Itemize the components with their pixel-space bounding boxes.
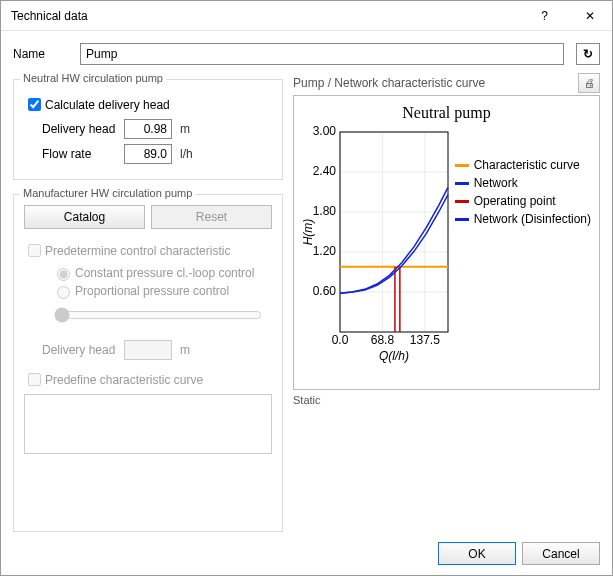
predetermine-checkbox <box>28 244 41 257</box>
svg-text:1.80: 1.80 <box>313 204 337 218</box>
svg-rect-16 <box>340 132 448 332</box>
legend-item: Network <box>455 176 591 190</box>
manu-delivery-head-unit: m <box>180 343 190 357</box>
static-label: Static <box>293 394 600 406</box>
svg-text:68.8: 68.8 <box>371 333 395 347</box>
catalog-button[interactable]: Catalog <box>24 205 145 229</box>
printer-icon: 🖨 <box>584 77 595 89</box>
help-icon: ? <box>541 9 548 23</box>
legend-item: Characteristic curve <box>455 158 591 172</box>
prop-pressure-label: Proportional pressure control <box>75 284 229 298</box>
svg-text:3.00: 3.00 <box>313 124 337 138</box>
dialog: Technical data ? ✕ Name ↻ Neutral HW cir… <box>0 0 613 576</box>
legend-label: Network <box>474 176 518 190</box>
svg-text:1.20: 1.20 <box>313 244 337 258</box>
svg-text:0.60: 0.60 <box>313 284 337 298</box>
close-button[interactable]: ✕ <box>567 1 612 31</box>
legend-item: Network (Disinfection) <box>455 212 591 226</box>
manu-delivery-head-label: Delivery head <box>24 343 124 357</box>
legend-swatch-icon <box>455 218 469 221</box>
name-row: Name ↻ <box>13 43 600 65</box>
legend-swatch-icon <box>455 164 469 167</box>
ok-button[interactable]: OK <box>438 542 516 565</box>
manufacturer-group: Manufacturer HW circulation pump Catalog… <box>13 194 283 532</box>
neutral-group: Neutral HW circulation pump Calculate de… <box>13 79 283 180</box>
dialog-title: Technical data <box>11 9 522 23</box>
name-input[interactable] <box>80 43 564 65</box>
delivery-head-label: Delivery head <box>24 122 124 136</box>
manufacturer-group-title: Manufacturer HW circulation pump <box>20 187 195 199</box>
const-pressure-label: Constant pressure cl.-loop control <box>75 266 254 280</box>
flow-rate-unit: l/h <box>180 147 193 161</box>
close-icon: ✕ <box>585 9 595 23</box>
svg-text:Q(l/h): Q(l/h) <box>379 349 409 363</box>
name-label: Name <box>13 47 68 61</box>
predetermine-label: Predetermine control characteristic <box>45 244 230 258</box>
legend-label: Network (Disinfection) <box>474 212 591 226</box>
neutral-group-title: Neutral HW circulation pump <box>20 72 166 84</box>
refresh-icon: ↻ <box>583 47 593 61</box>
flow-rate-input[interactable] <box>124 144 172 164</box>
legend-swatch-icon <box>455 182 469 185</box>
svg-text:H(m): H(m) <box>301 219 315 246</box>
delivery-head-input[interactable] <box>124 119 172 139</box>
calc-delivery-head-label: Calculate delivery head <box>45 98 170 112</box>
predefine-curve-label: Predefine characteristic curve <box>45 373 203 387</box>
legend-label: Operating point <box>474 194 556 208</box>
chart-title: Neutral pump <box>298 104 595 122</box>
calc-delivery-head-checkbox[interactable] <box>28 98 41 111</box>
legend-item: Operating point <box>455 194 591 208</box>
refresh-button[interactable]: ↻ <box>576 43 600 65</box>
svg-text:137.5: 137.5 <box>410 333 440 347</box>
delivery-head-unit: m <box>180 122 190 136</box>
manu-delivery-head-input <box>124 340 172 360</box>
curve-box <box>24 394 272 454</box>
chart-legend: Characteristic curve Network Operating p… <box>455 154 591 230</box>
reset-button: Reset <box>151 205 272 229</box>
const-pressure-radio <box>57 268 70 281</box>
legend-label: Characteristic curve <box>474 158 580 172</box>
chart-box: Neutral pump 0.601.201.802.403.000.068.8… <box>293 95 600 390</box>
pressure-slider <box>54 307 262 323</box>
chart-print-button[interactable]: 🖨 <box>578 73 600 93</box>
chart-header-label: Pump / Network characteristic curve <box>293 76 485 90</box>
titlebar: Technical data ? ✕ <box>1 1 612 31</box>
legend-swatch-icon <box>455 200 469 203</box>
svg-text:0.0: 0.0 <box>332 333 349 347</box>
predefine-curve-checkbox <box>28 373 41 386</box>
dialog-footer: OK Cancel <box>1 532 612 575</box>
svg-text:2.40: 2.40 <box>313 164 337 178</box>
prop-pressure-radio <box>57 286 70 299</box>
flow-rate-label: Flow rate <box>24 147 124 161</box>
help-button[interactable]: ? <box>522 1 567 31</box>
cancel-button[interactable]: Cancel <box>522 542 600 565</box>
